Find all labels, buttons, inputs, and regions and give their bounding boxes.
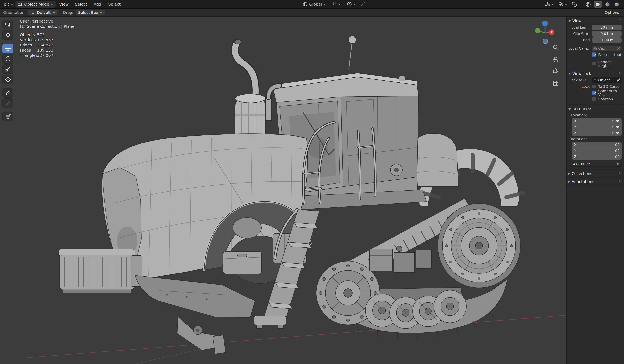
- panel-3d-cursor: 3D Cursor Location: X 0 m Y 0 m Z 0 m Ro…: [567, 105, 624, 170]
- tractor-model: [0, 17, 566, 364]
- panel-header-view-lock[interactable]: View Lock: [568, 71, 623, 77]
- gizmo-y-axis: [535, 28, 540, 33]
- chevron-right-icon: [568, 180, 570, 183]
- pan-hand-icon[interactable]: [551, 55, 560, 64]
- cursor-location-y-field[interactable]: Y 0 m: [572, 124, 622, 130]
- clip-start-field[interactable]: 0.01 m: [592, 31, 622, 36]
- tool-transform[interactable]: [2, 75, 13, 84]
- options-button[interactable]: Options: [605, 10, 621, 15]
- lock-to-object-label: Lock to O…: [568, 78, 590, 82]
- panel-drag-handle[interactable]: [619, 107, 623, 111]
- cursor-rotation-z-field[interactable]: Z 0°: [572, 154, 622, 160]
- tool-scale[interactable]: [2, 64, 13, 74]
- lock-rotation-checkbox[interactable]: [592, 97, 596, 101]
- menu-object[interactable]: Object: [105, 1, 123, 7]
- cursor-location-z-field[interactable]: Z 0 m: [572, 130, 622, 136]
- clip-end-label: End: [568, 38, 590, 42]
- tool-cursor[interactable]: [2, 30, 13, 40]
- panel-header-collections[interactable]: Collections: [568, 171, 623, 177]
- menu-add[interactable]: Add: [91, 1, 104, 7]
- gizmo-negative-z-axis: [543, 39, 548, 44]
- clear-x-icon[interactable]: [617, 47, 621, 50]
- gizmo-z-axis: [542, 21, 548, 26]
- cursor-rotation-y-field[interactable]: Y 0°: [572, 148, 622, 154]
- view-name: User Perspective: [20, 19, 75, 24]
- chevron-down-icon: [51, 3, 53, 5]
- menu-view[interactable]: View: [56, 1, 71, 7]
- mode-dropdown[interactable]: Object Mode: [16, 1, 56, 7]
- panel-drag-handle[interactable]: [619, 180, 623, 184]
- lock-to-object-value: Object: [598, 78, 615, 82]
- panel-header-view[interactable]: View: [568, 18, 623, 24]
- panel-header-annotations[interactable]: Annotations: [568, 179, 623, 185]
- tool-settings-bar: Orientation: Default Drag: Select Box Op…: [0, 9, 624, 17]
- stat-row: Triangles327,007: [20, 53, 75, 58]
- viewport-shading-material-icon[interactable]: [603, 1, 611, 7]
- cursor-rotation-x-field[interactable]: X 0°: [572, 142, 622, 148]
- orientation-setting-dropdown[interactable]: Default: [28, 9, 57, 16]
- viewport-canvas[interactable]: User Perspective (1) Scene Collection | …: [0, 17, 566, 364]
- clip-end-field[interactable]: 1000 m: [592, 37, 622, 43]
- cursor-location-x-field[interactable]: X 0 m: [572, 118, 622, 124]
- chevron-down-icon: [568, 73, 571, 74]
- panel-title: 3D Cursor: [572, 107, 591, 111]
- proportional-falloff-icon[interactable]: [360, 1, 365, 7]
- local-camera-field[interactable]: Ca…: [592, 46, 622, 51]
- panel-drag-handle[interactable]: [619, 172, 623, 176]
- focal-length-field[interactable]: 50 mm: [592, 24, 622, 30]
- tool-select-box[interactable]: [2, 20, 13, 29]
- tool-move[interactable]: [2, 44, 13, 53]
- lock-to-object-field[interactable]: Object: [592, 77, 622, 83]
- transform-orientation-dropdown[interactable]: Global: [301, 1, 327, 7]
- eyedropper-icon[interactable]: [617, 78, 621, 82]
- stat-row: Vertices179,537: [20, 37, 75, 43]
- panel-drag-handle[interactable]: [619, 72, 623, 76]
- stat-row: Faces189,153: [20, 48, 75, 53]
- navigation-gizmo[interactable]: X: [532, 19, 558, 45]
- chevron-down-icon: [617, 163, 619, 165]
- tool-measure[interactable]: [2, 98, 13, 108]
- editor-type-button[interactable]: [2, 1, 15, 7]
- viewport-shading-rendered-icon[interactable]: [613, 1, 621, 7]
- ortho-grid-icon[interactable]: [551, 79, 560, 87]
- chevron-down-icon: [551, 3, 554, 5]
- chevron-down-icon: [568, 108, 571, 110]
- rotation-mode-value: XYZ Euler: [573, 162, 615, 166]
- cursor-location-label: Location:: [571, 113, 623, 118]
- orientation-setting-label: Orientation:: [3, 10, 26, 15]
- rotation-mode-dropdown[interactable]: XYZ Euler: [570, 161, 622, 167]
- panel-header-3d-cursor[interactable]: 3D Cursor: [568, 106, 623, 112]
- toggle-xray-icon[interactable]: [570, 1, 578, 7]
- chevron-down-icon: [568, 20, 571, 22]
- cursor-rotation-fields: X 0° Y 0° Z 0°: [572, 142, 622, 160]
- tool-rotate[interactable]: [2, 54, 13, 64]
- focal-length-label: Focal Len…: [568, 25, 590, 29]
- render-region-checkbox[interactable]: [592, 62, 596, 66]
- snap-dropdown[interactable]: [330, 1, 342, 7]
- toolbar: [2, 20, 13, 121]
- panel-drag-handle[interactable]: [619, 19, 623, 23]
- lock-to-3d-cursor-checkbox[interactable]: [592, 84, 596, 89]
- proportional-editing-dropdown[interactable]: [345, 1, 357, 7]
- local-camera-value: Ca…: [598, 46, 616, 50]
- chevron-down-icon: [565, 3, 567, 5]
- show-gizmos-dropdown[interactable]: [543, 1, 555, 7]
- drag-setting-dropdown[interactable]: Select Box: [76, 9, 105, 16]
- chevron-down-icon: [338, 3, 340, 5]
- object-cube-icon: [593, 78, 597, 82]
- show-overlays-dropdown[interactable]: [557, 1, 569, 7]
- viewport-shading-wireframe-icon[interactable]: [584, 1, 592, 7]
- show-overlays-icon: [558, 1, 564, 7]
- tool-annotate[interactable]: [2, 88, 13, 98]
- panel-title: Collections: [572, 171, 592, 176]
- camera-to-view-checkbox[interactable]: [592, 91, 596, 95]
- tool-add-cube[interactable]: [2, 112, 13, 121]
- render-region-label: Render Regi…: [598, 60, 623, 68]
- passepartout-checkbox[interactable]: [592, 52, 596, 57]
- viewport-shading-solid-icon[interactable]: [594, 1, 602, 7]
- camera-to-view-label: Camera to Vi…: [598, 89, 623, 97]
- camera-view-icon[interactable]: [551, 67, 560, 75]
- zoom-icon[interactable]: [551, 43, 560, 52]
- menu-select[interactable]: Select: [72, 1, 90, 7]
- gizmo-x-label: X: [551, 30, 553, 34]
